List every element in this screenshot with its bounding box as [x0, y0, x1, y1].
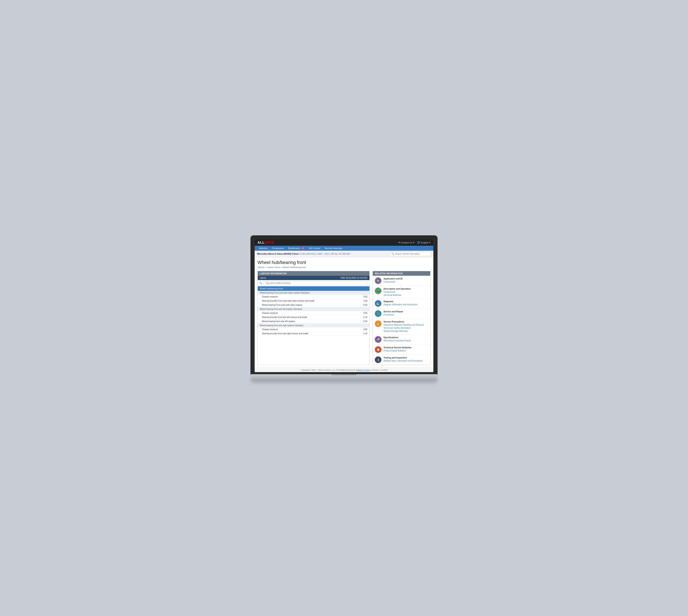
related-item-text: Specifications Mechanical (including Tor…: [383, 336, 411, 342]
page-footer: Copyright © 2012 - 2022 ALLDATA, LLC ©Al…: [254, 368, 434, 372]
related-item-title: Specifications: [383, 336, 411, 338]
breadcrumb-labour-times[interactable]: Labour Times: [267, 266, 280, 268]
related-item-text: Diagrams Diagram Information and Instruc…: [383, 300, 417, 306]
page-title: Wheel hub/bearing front: [258, 260, 430, 265]
search-icon: 🔍: [391, 252, 394, 255]
labour-time: 3.40: [359, 300, 368, 302]
labour-label: Chassis measure: [262, 295, 278, 298]
related-item-title: Service Precautions: [383, 321, 424, 323]
labour-section: LABOUR INFORMATION Labour TIME REQUIRED …: [258, 271, 370, 365]
labour-label: Steering knuckle front axle right remove…: [262, 332, 308, 335]
policies-link[interactable]: Policies & Terms: [356, 369, 371, 371]
related-link-product-repair[interactable]: Product Repair Bulletins: [383, 349, 412, 352]
globe-icon: 🌐: [417, 241, 420, 244]
vehicle-search-box[interactable]: 🔍: [390, 252, 431, 256]
contact-us-button[interactable]: ✉ Contact Us ▾: [398, 241, 414, 244]
vehicle-make-model: Mercedes-Benz A-Class (W169) 5 Door: [257, 252, 299, 255]
laptop-container: ALLDATA ✉ Contact Us ▾ 🌐 English ▾: [251, 236, 437, 380]
related-item-appid: 🆔 Application and ID Components: [373, 276, 430, 286]
labour-row: Steering knuckle front axle right remove…: [258, 332, 370, 336]
breadcrumb: Vehicle > Labour Times > Wheel hub/beari…: [258, 266, 430, 268]
related-item-precautions: ⚠ Service Precautions Hazardous Material…: [373, 319, 430, 334]
related-item-text: Description and Operation Components Str…: [383, 287, 411, 296]
nav-info-center[interactable]: Info Center: [307, 246, 323, 251]
related-link-hazmat[interactable]: Hazardous Materials Handling and Disposa…: [383, 323, 424, 326]
related-item-specs: 🔑 Specifications Mechanical (including T…: [373, 334, 430, 345]
nav-bookmarks[interactable]: Bookmarks 7: [286, 246, 307, 251]
labour-row: Chassis measure 0.85: [258, 327, 370, 332]
sub-group-1-header: Wheel bearing Front axle both sides repl…: [258, 291, 370, 295]
laptop-bottom: [251, 378, 437, 380]
vehicle-spec: A 150 (169.031) | 2004 - 2012 | 95 Hp | …: [299, 252, 350, 255]
related-item-title: Diagrams: [383, 300, 417, 303]
top-bar: ALLDATA ✉ Contact Us ▾ 🌐 English ▾: [254, 240, 434, 246]
diagrams-icon: 📐: [375, 300, 381, 307]
labour-time: 0.85: [359, 328, 368, 331]
labour-group-header: Wheel hub/bearing front: [258, 286, 370, 291]
vehicle-search-input[interactable]: [395, 253, 429, 255]
content-area: Wheel hub/bearing front Vehicle > Labour…: [254, 257, 434, 368]
desc-icon: 🚗: [375, 287, 381, 294]
labour-time: 2.10: [359, 316, 368, 318]
col-time: TIME REQUIRED IN HOURS: [340, 277, 368, 279]
related-item-testing: 🔬 Testing and Inspection Related Tests, …: [373, 355, 430, 365]
labour-row: Wheel bearing front axle left replace 0.…: [258, 320, 370, 324]
related-item-diagrams: 📐 Diagrams Diagram Information and Instr…: [373, 299, 430, 309]
breadcrumb-vehicle[interactable]: Vehicle: [258, 266, 265, 268]
related-link-structural[interactable]: Structural Materials: [383, 293, 411, 296]
chevron-down-icon: ▾: [413, 241, 414, 244]
vehicle-bar: Mercedes-Benz A-Class (W169) 5 Door A 15…: [254, 251, 434, 257]
related-item-service-repair: 🔧 Service and Repair Procedures: [373, 309, 430, 319]
chevron-down-icon-lang: ▾: [429, 241, 430, 244]
tsb-icon: 📋: [375, 346, 381, 353]
testing-icon: 🔬: [375, 356, 381, 363]
labour-row: Chassis measure 0.85: [258, 295, 370, 299]
filter-input[interactable]: [264, 281, 368, 285]
labour-time: 2.10: [359, 332, 368, 335]
nav-vehicles[interactable]: Vehicles: [257, 246, 270, 251]
related-link-vehicle-damage[interactable]: Vehicle Damage Warnings: [383, 330, 424, 333]
labour-time: 0.40: [359, 320, 368, 323]
related-item-title: Service and Repair: [383, 310, 403, 313]
related-item-desc: 🚗 Description and Operation Components S…: [373, 286, 430, 299]
email-icon: ✉: [398, 241, 400, 244]
related-item-title: Technical Service Bulletins: [383, 346, 412, 349]
specs-icon: 🔑: [375, 336, 381, 343]
labour-label: Wheel bearing front axle left replace: [262, 320, 295, 323]
appid-icon: 🆔: [375, 278, 381, 284]
vehicle-name: Mercedes-Benz A-Class (W169) 5 Door A 15…: [257, 252, 350, 255]
service-repair-icon: 🔧: [375, 310, 381, 317]
filter-search-icon: 🔍: [260, 282, 262, 284]
related-link-components[interactable]: Components: [383, 280, 402, 283]
nav-component[interactable]: Component: [270, 246, 286, 251]
bookmarks-badge: 7: [302, 247, 305, 249]
related-item-text: Service and Repair Procedures: [383, 310, 403, 316]
breadcrumb-current: Wheel hub/bearing front: [283, 266, 306, 268]
related-section-header: RELATED INFORMATION: [373, 271, 430, 276]
laptop-screen: ALLDATA ✉ Contact Us ▾ 🌐 English ▾: [254, 240, 434, 372]
related-link-mechanical[interactable]: Mechanical (including Torque): [383, 339, 411, 342]
labour-row: Steering knuckle front axle left remove …: [258, 315, 370, 320]
related-item-title: Application and ID: [383, 278, 402, 280]
related-link-components2[interactable]: Components: [383, 290, 411, 293]
labour-label: Steering knuckle front axle left remove …: [262, 316, 307, 318]
laptop-base: [251, 374, 437, 378]
footer-version: Version: 1.0.4408: [372, 369, 387, 371]
labour-row: Wheel bearing Front axle both sides repl…: [258, 303, 370, 307]
labour-label: Wheel bearing Front axle both sides repl…: [262, 304, 303, 306]
labour-time: 0.85: [359, 295, 368, 298]
language-label: English: [421, 241, 428, 244]
related-link-related-tests[interactable]: Related Tests, Information and Procedure…: [383, 359, 423, 362]
labour-label: Chassis measure: [262, 312, 278, 314]
filter-row: 🔍: [258, 280, 370, 286]
related-item-tsb: 📋 Technical Service Bulletins Product Re…: [373, 345, 430, 355]
related-item-text: Application and ID Components: [383, 278, 402, 283]
language-button[interactable]: 🌐 English ▾: [417, 241, 430, 244]
nav-service-intervals[interactable]: Service Intervals: [323, 246, 344, 251]
related-item-title: Description and Operation: [383, 287, 411, 290]
related-link-tech-safety[interactable]: Technician Safety Information: [383, 326, 424, 330]
related-link-procedures[interactable]: Procedures: [383, 313, 403, 316]
breadcrumb-sep1: >: [265, 266, 267, 268]
related-item-text: Service Precautions Hazardous Materials …: [383, 321, 424, 333]
related-link-diagram-info[interactable]: Diagram Information and Instructions: [383, 303, 417, 306]
